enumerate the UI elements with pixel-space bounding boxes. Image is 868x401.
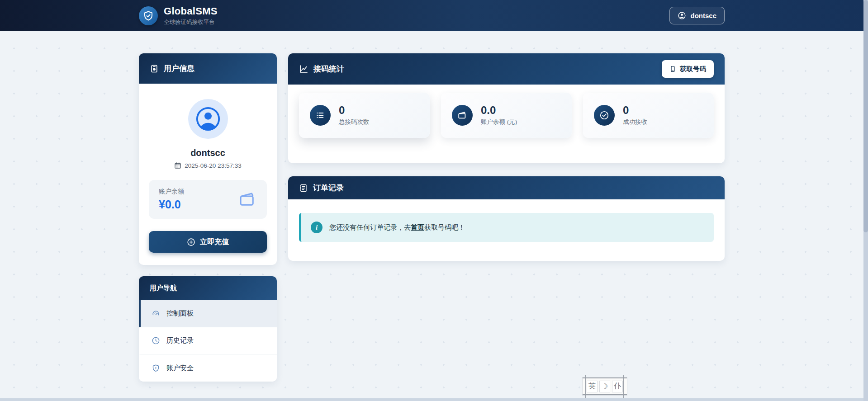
clock-icon (152, 336, 160, 345)
stat-value: 0 (339, 104, 370, 116)
orders-card-header: 订单记录 (288, 176, 725, 199)
stats-card-title: 接码统计 (313, 64, 344, 74)
user-nav-card-header: 用户导航 (139, 276, 277, 300)
sidebar-item-label: 账户安全 (166, 364, 194, 373)
sidebar-item-dashboard[interactable]: 控制面板 (139, 300, 277, 327)
receipt-icon (299, 184, 308, 193)
stat-label: 账户余额 (元) (481, 118, 517, 126)
balance-value: ¥0.0 (159, 198, 184, 211)
balance-box: 账户余额 ¥0.0 (149, 180, 267, 219)
avatar (188, 99, 228, 139)
list-icon (310, 105, 331, 126)
watermark-stamp: 英 ☽ 仆 (583, 377, 627, 395)
horizontal-scrollbar[interactable] (0, 398, 863, 401)
stat-label: 成功接收 (623, 118, 647, 126)
user-nav-card: 用户导航 控制面板 (139, 276, 277, 382)
empty-orders-alert: i 您还没有任何订单记录，去首页获取号码吧！ (299, 213, 714, 242)
stats-card-header: 接码统计 获取号码 (288, 53, 725, 85)
dashboard-icon (152, 309, 160, 318)
plus-circle-icon (187, 238, 195, 246)
vertical-scrollbar-thumb[interactable] (863, 0, 868, 232)
watermark-moon-glyph: ☽ (599, 381, 610, 392)
sidebar-item-label: 控制面板 (166, 309, 194, 318)
stat-tile-success: 0 成功接收 (583, 93, 714, 138)
sidebar-item-history[interactable]: 历史记录 (139, 327, 277, 354)
id-badge-icon (150, 64, 159, 73)
stat-tile-total: 0 总接码次数 (299, 93, 430, 138)
empty-orders-message-suffix: 获取号码吧！ (424, 223, 465, 231)
main-content: 接码统计 获取号码 (288, 53, 725, 261)
wallet-icon (238, 190, 257, 209)
sidebar-item-security[interactable]: 账户安全 (139, 354, 277, 382)
phone-icon (669, 66, 676, 72)
stat-value: 0 (623, 104, 647, 116)
watermark-char: 英 (587, 381, 598, 392)
user-menu-button[interactable]: dontscc (669, 7, 725, 24)
stats-tiles: 0 总接码次数 0.0 账户余额 (元) (288, 85, 725, 163)
left-sidebar: 用户信息 dontscc (139, 53, 277, 382)
empty-orders-message-prefix: 您还没有任何订单记录，去 (329, 223, 411, 231)
watermark-char: 仆 (612, 381, 623, 392)
username: dontscc (149, 148, 267, 158)
recharge-button[interactable]: 立即充值 (149, 231, 267, 253)
top-header: GlobalSMS 全球验证码接收平台 dontscc (0, 0, 863, 31)
orders-card: 订单记录 i 您还没有任何订单记录，去首页获取号码吧！ (288, 176, 725, 261)
balance-label: 账户余额 (159, 188, 184, 196)
info-icon: i (311, 222, 323, 233)
person-circle-icon (678, 11, 686, 20)
stat-value: 0.0 (481, 104, 517, 116)
wallet-icon (452, 105, 473, 126)
vertical-scrollbar[interactable] (863, 0, 868, 401)
brand: GlobalSMS 全球验证码接收平台 (139, 5, 218, 26)
user-nav: 控制面板 历史记录 (139, 300, 277, 382)
user-info-card-header: 用户信息 (139, 53, 277, 84)
home-link[interactable]: 首页 (411, 223, 424, 231)
stat-label: 总接码次数 (339, 118, 370, 126)
stats-card: 接码统计 获取号码 (288, 53, 725, 163)
sidebar-item-label: 历史记录 (166, 336, 194, 345)
user-info-card: 用户信息 dontscc (139, 53, 277, 265)
get-number-button-label: 获取号码 (680, 65, 706, 73)
brand-title: GlobalSMS (164, 5, 218, 17)
calendar-icon (174, 162, 181, 169)
register-date-row: 2025-06-20 23:57:33 (149, 162, 267, 169)
user-menu-label: dontscc (690, 12, 716, 19)
register-date: 2025-06-20 23:57:33 (185, 162, 241, 169)
user-nav-card-title: 用户导航 (150, 284, 177, 292)
check-circle-icon (594, 105, 615, 126)
recharge-button-label: 立即充值 (200, 237, 229, 247)
shield-check-logo-icon (139, 6, 158, 25)
brand-subtitle: 全球验证码接收平台 (164, 19, 218, 26)
get-number-button[interactable]: 获取号码 (662, 60, 714, 78)
stat-tile-balance: 0.0 账户余额 (元) (441, 93, 572, 138)
chart-line-icon (299, 64, 308, 74)
user-info-card-title: 用户信息 (164, 63, 194, 74)
empty-orders-message: 您还没有任何订单记录，去首页获取号码吧！ (329, 223, 465, 232)
orders-card-title: 订单记录 (313, 183, 344, 193)
shield-icon (152, 364, 160, 373)
app-background: GlobalSMS 全球验证码接收平台 dontscc (0, 0, 863, 401)
